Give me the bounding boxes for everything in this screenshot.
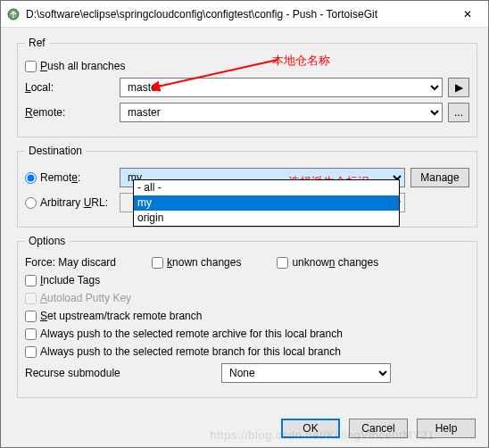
close-button[interactable]: ✕ <box>447 1 488 28</box>
arbitrary-url-radio[interactable]: Arbitrary URL: Arbitrary URL: <box>25 196 120 209</box>
cancel-button[interactable]: Cancel <box>349 419 408 438</box>
manage-label: Manage <box>420 171 459 184</box>
push-all-branches-label: PPush all branchesush all branches <box>40 60 125 72</box>
local-play-button[interactable]: ▶ <box>448 78 469 97</box>
known-changes-label: known changes <box>167 256 241 269</box>
remote-dots-button[interactable]: ... <box>448 103 469 122</box>
help-button[interactable]: Help <box>417 419 476 438</box>
always-archive-input[interactable] <box>25 328 37 340</box>
cancel-label: Cancel <box>361 422 394 435</box>
window-title: D:\software\eclipse\springcloudconfig\co… <box>26 8 447 21</box>
play-icon: ▶ <box>455 81 463 94</box>
include-tags-checkbox[interactable]: Include TagsInclude Tags <box>25 274 100 286</box>
autoload-putty-input <box>25 293 37 304</box>
push-all-branches-input[interactable] <box>25 61 37 72</box>
known-changes-input[interactable] <box>152 257 163 269</box>
destination-remote-dropdown-list[interactable]: - all - my origin <box>133 179 400 227</box>
app-icon <box>6 7 21 21</box>
arbitrary-url-radio-input[interactable] <box>25 197 37 209</box>
manage-button[interactable]: Manage <box>410 168 469 187</box>
help-label: Help <box>435 422 458 435</box>
always-branch-label: Always push to the selected remote branc… <box>40 345 341 358</box>
known-changes-checkbox[interactable]: known changes known changes <box>152 256 241 269</box>
include-tags-label: Include Tags <box>40 274 100 286</box>
arbitrary-url-radio-label: Arbitrary URL: <box>40 196 108 209</box>
dropdown-option-my[interactable]: my <box>134 195 399 211</box>
destination-legend: Destination <box>25 145 86 157</box>
destination-remote-radio-label: Remote: <box>40 171 80 184</box>
button-bar: OK Cancel Help <box>281 419 476 438</box>
always-archive-checkbox[interactable]: Always push to the selected remote archi… <box>25 328 343 340</box>
force-label: Force: May discard <box>25 256 116 269</box>
dialog-window: D:\software\eclipse\springcloudconfig\co… <box>0 0 489 448</box>
close-icon: ✕ <box>463 8 472 21</box>
dots-icon: ... <box>454 106 463 119</box>
always-branch-input[interactable] <box>25 346 37 358</box>
local-label: Local: <box>25 81 120 94</box>
ok-label: OK <box>303 422 318 435</box>
autoload-putty-label: Autoload Putty Key <box>40 292 131 304</box>
options-legend: Options <box>25 235 69 247</box>
set-upstream-label: Set upstream/track remote branch <box>40 310 202 322</box>
titlebar: D:\software\eclipse\springcloudconfig\co… <box>1 1 488 28</box>
set-upstream-checkbox[interactable]: Set upstream/track remote branchSet upst… <box>25 310 202 322</box>
remote-ref-combo[interactable]: master <box>120 103 443 122</box>
always-branch-checkbox[interactable]: Always push to the selected remote branc… <box>25 345 341 358</box>
set-upstream-input[interactable] <box>25 311 37 322</box>
unknown-changes-input[interactable] <box>277 257 288 269</box>
unknown-changes-label: unknown changes <box>292 256 378 269</box>
include-tags-input[interactable] <box>25 275 37 286</box>
options-group: Options Force: May discard known changes… <box>17 235 477 398</box>
dropdown-option-all[interactable]: - all - <box>134 180 399 195</box>
local-combo[interactable]: master <box>120 78 443 97</box>
destination-remote-radio[interactable]: Remote: Remote: <box>25 171 120 184</box>
ok-button[interactable]: OK <box>281 419 340 438</box>
remote-ref-label: Remote: <box>25 106 120 119</box>
recurse-submodule-combo[interactable]: None <box>221 363 391 383</box>
autoload-putty-checkbox: Autoload Putty KeyAutoload Putty Key <box>25 292 131 304</box>
unknown-changes-checkbox[interactable]: unknown changes unknown changes <box>277 256 378 269</box>
push-all-branches-checkbox[interactable]: PPush all branchesush all branches <box>25 60 125 72</box>
destination-remote-radio-input[interactable] <box>25 172 37 184</box>
dropdown-option-origin[interactable]: origin <box>134 211 399 226</box>
recurse-submodule-label: Recurse submodule <box>25 367 221 379</box>
ref-legend: Ref <box>25 37 49 49</box>
always-archive-label: Always push to the selected remote archi… <box>40 328 343 340</box>
ref-group: Ref PPush all branchesush all branches L… <box>17 37 477 137</box>
